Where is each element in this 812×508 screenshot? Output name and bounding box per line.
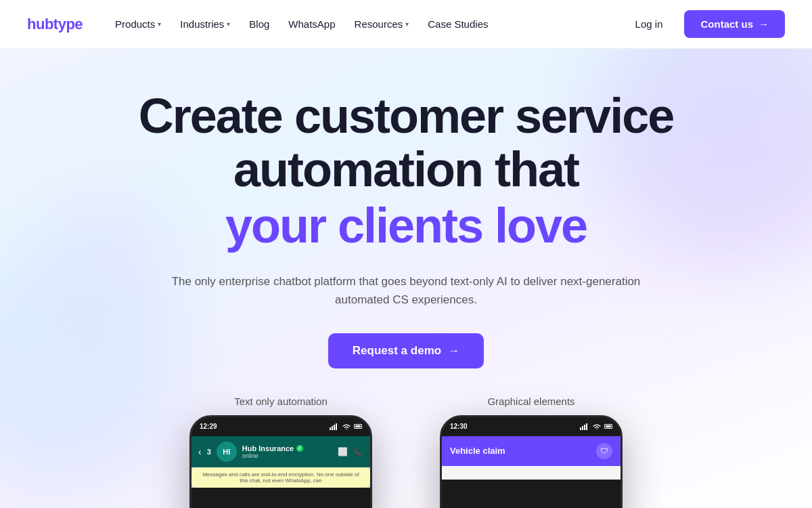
hero-title-line1: Create customer service automation that bbox=[139, 89, 673, 196]
svg-rect-4 bbox=[580, 427, 581, 430]
wifi-icon-right bbox=[592, 423, 602, 430]
hero-title-accent: your clients love bbox=[139, 199, 673, 253]
back-icon: ‹ bbox=[198, 446, 202, 457]
svg-rect-3 bbox=[336, 423, 337, 430]
verified-badge-icon: ✓ bbox=[296, 445, 303, 452]
nav-left: hubtype Products ▾ Industries ▾ Blog Wha… bbox=[27, 13, 496, 35]
phone-right-time: 12:30 bbox=[450, 423, 468, 430]
phone-right: 12:30 bbox=[440, 415, 623, 508]
hero-content: Create customer service automation that … bbox=[139, 89, 673, 368]
logo-text-part2: type bbox=[53, 16, 83, 33]
svg-rect-0 bbox=[330, 427, 331, 430]
chat-header-info: Hub Insurance ✓ online bbox=[242, 444, 332, 459]
products-chevron-icon: ▾ bbox=[158, 20, 161, 28]
resources-chevron-icon: ▾ bbox=[405, 20, 409, 28]
shield-icon: 🛡 bbox=[596, 443, 612, 459]
nav-case-studies[interactable]: Case Studies bbox=[420, 13, 496, 35]
phone-right-notch bbox=[504, 417, 558, 429]
phone-right-statusbar: 12:30 bbox=[442, 417, 621, 436]
phone-left-notch bbox=[254, 417, 308, 429]
purple-header: Vehicle claim 🛡 bbox=[442, 436, 621, 466]
phone-right-label: Graphical elements bbox=[487, 396, 574, 407]
svg-rect-7 bbox=[586, 423, 587, 430]
phone-col-right: Graphical elements 12:30 bbox=[440, 396, 623, 508]
purple-body bbox=[442, 466, 621, 480]
battery-icon-right bbox=[604, 424, 612, 429]
svg-rect-1 bbox=[332, 426, 333, 430]
phones-section: Text only automation 12:29 bbox=[189, 396, 623, 508]
signal-icon-right bbox=[580, 423, 589, 430]
nav-whatsapp[interactable]: WhatsApp bbox=[280, 13, 343, 35]
call-icon: 📞 bbox=[353, 447, 363, 457]
encryption-notice: Messages and calls are end-to-end encryp… bbox=[191, 467, 370, 488]
battery-icon bbox=[354, 424, 362, 429]
phone-left-icons bbox=[330, 423, 362, 430]
nav-resources[interactable]: Resources ▾ bbox=[346, 13, 418, 35]
svg-rect-6 bbox=[584, 425, 585, 430]
hero-section: Create customer service automation that … bbox=[0, 49, 812, 508]
chat-header-actions: ⬜ 📞 bbox=[338, 447, 363, 457]
phone-left-statusbar: 12:29 bbox=[191, 417, 370, 436]
nav-industries[interactable]: Industries ▾ bbox=[172, 13, 238, 35]
phone-chat-header: ‹ 3 HI Hub Insurance ✓ online ⬜ 📞 bbox=[191, 436, 370, 467]
industries-chevron-icon: ▾ bbox=[227, 20, 230, 28]
nav-products[interactable]: Products ▾ bbox=[107, 13, 169, 35]
contact-button[interactable]: Contact us → bbox=[684, 10, 785, 38]
back-count: 3 bbox=[207, 448, 211, 456]
login-button[interactable]: Log in bbox=[625, 13, 674, 35]
navbar: hubtype Products ▾ Industries ▾ Blog Wha… bbox=[0, 0, 812, 49]
nav-links: Products ▾ Industries ▾ Blog WhatsApp Re… bbox=[107, 13, 496, 35]
demo-arrow-icon: → bbox=[448, 344, 459, 358]
signal-icon bbox=[330, 423, 339, 430]
phone-right-icons bbox=[580, 423, 612, 430]
svg-rect-2 bbox=[334, 425, 335, 430]
hero-subtitle: The only enterprise chatbot platform tha… bbox=[169, 272, 643, 309]
nav-right: Log in Contact us → bbox=[625, 10, 785, 38]
phone-left-time: 12:29 bbox=[200, 423, 217, 430]
demo-button[interactable]: Request a demo → bbox=[328, 333, 484, 368]
video-call-icon: ⬜ bbox=[338, 447, 348, 457]
chat-avatar: HI bbox=[217, 442, 237, 462]
purple-header-title: Vehicle claim bbox=[450, 446, 505, 456]
phone-col-left: Text only automation 12:29 bbox=[189, 396, 372, 508]
chat-header-name: Hub Insurance ✓ bbox=[242, 444, 332, 452]
logo[interactable]: hubtype bbox=[27, 16, 83, 33]
hero-title: Create customer service automation that … bbox=[139, 89, 673, 253]
chat-body: Messages and calls are end-to-end encryp… bbox=[191, 467, 370, 488]
chat-status: online bbox=[242, 452, 332, 459]
logo-text-part1: hub bbox=[27, 16, 53, 33]
svg-rect-5 bbox=[582, 426, 583, 430]
wifi-icon bbox=[342, 423, 351, 430]
phone-left-label: Text only automation bbox=[234, 396, 328, 407]
phone-left: 12:29 bbox=[189, 415, 372, 508]
nav-blog[interactable]: Blog bbox=[241, 13, 277, 35]
contact-arrow-icon: → bbox=[759, 18, 769, 30]
